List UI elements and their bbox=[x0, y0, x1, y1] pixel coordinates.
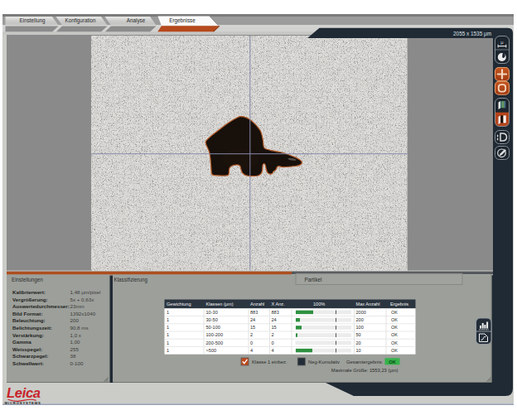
svg-text:Gamma: Gamma bbox=[12, 339, 31, 345]
svg-text:Max Anzahl: Max Anzahl bbox=[356, 302, 380, 307]
svg-text:>500: >500 bbox=[206, 348, 217, 353]
svg-text:1: 1 bbox=[167, 348, 169, 353]
svg-text:OK: OK bbox=[391, 317, 398, 322]
svg-text:10: 10 bbox=[356, 348, 361, 353]
svg-text:38: 38 bbox=[70, 353, 76, 359]
svg-text:15: 15 bbox=[250, 325, 255, 330]
svg-text:Anzahl: Anzahl bbox=[250, 302, 264, 307]
svg-text:2: 2 bbox=[250, 332, 253, 337]
svg-text:OK: OK bbox=[391, 340, 398, 345]
svg-text:1: 1 bbox=[167, 310, 169, 315]
svg-text:Gesamtergebnis:: Gesamtergebnis: bbox=[346, 360, 384, 364]
svg-text:Verstärkung:: Verstärkung: bbox=[12, 332, 44, 338]
svg-text:100: 100 bbox=[356, 325, 364, 330]
svg-text:Vergrößerung:: Vergrößerung: bbox=[12, 297, 48, 302]
svg-text:Einstellung: Einstellung bbox=[20, 17, 46, 24]
svg-text:200: 200 bbox=[70, 317, 80, 323]
svg-text:200-500: 200-500 bbox=[206, 340, 224, 345]
svg-text:Ergebnis: Ergebnis bbox=[390, 302, 408, 307]
svg-text:100%: 100% bbox=[313, 302, 325, 307]
svg-text:24: 24 bbox=[250, 317, 255, 322]
svg-text:1392x1040: 1392x1040 bbox=[70, 311, 96, 316]
svg-text:20: 20 bbox=[356, 340, 361, 345]
svg-text:Schwarzpegel:: Schwarzpegel: bbox=[12, 353, 48, 359]
svg-text:Belichtungszeit:: Belichtungszeit: bbox=[12, 325, 52, 331]
svg-text:255: 255 bbox=[70, 346, 80, 352]
svg-text:Maximale Größe: 1553,23 (µm): Maximale Größe: 1553,23 (µm) bbox=[331, 368, 399, 373]
svg-text:MICROSYSTEMS: MICROSYSTEMS bbox=[5, 401, 41, 405]
svg-text:1,0 x: 1,0 x bbox=[70, 332, 82, 338]
svg-text:10-30: 10-30 bbox=[206, 310, 218, 315]
svg-text:1: 1 bbox=[167, 332, 169, 337]
svg-text:23mm: 23mm bbox=[70, 303, 85, 309]
svg-text:4: 4 bbox=[272, 348, 274, 353]
svg-text:24: 24 bbox=[272, 317, 277, 322]
svg-text:OK: OK bbox=[391, 325, 398, 330]
svg-text:0: 0 bbox=[272, 340, 274, 345]
svg-text:OK: OK bbox=[391, 310, 398, 315]
svg-text:883: 883 bbox=[272, 310, 279, 315]
svg-text:Bild Format:: Bild Format: bbox=[12, 311, 42, 316]
svg-text:50-100: 50-100 bbox=[206, 325, 220, 330]
svg-text:Analyse: Analyse bbox=[127, 17, 146, 24]
svg-text:Konfiguration: Konfiguration bbox=[65, 17, 96, 24]
svg-text:Klasse 1 einbez.: Klasse 1 einbez. bbox=[252, 360, 287, 364]
svg-text:Beleuchtung:: Beleuchtung: bbox=[12, 317, 46, 323]
svg-text:4: 4 bbox=[250, 348, 253, 353]
svg-text:5x + 0,63x: 5x + 0,63x bbox=[70, 297, 95, 302]
svg-text:Schwellwert:: Schwellwert: bbox=[12, 360, 44, 366]
svg-text:15: 15 bbox=[272, 325, 277, 330]
svg-text:883: 883 bbox=[250, 310, 258, 315]
svg-text:1,00: 1,00 bbox=[70, 339, 81, 345]
svg-text:0-100: 0-100 bbox=[70, 360, 84, 366]
svg-text:2: 2 bbox=[272, 332, 274, 337]
svg-text:X Anz.: X Anz. bbox=[272, 302, 286, 307]
svg-text:2055 x 1535 µm: 2055 x 1535 µm bbox=[453, 31, 491, 37]
svg-text:Kalibrierwert:: Kalibrierwert: bbox=[12, 289, 46, 295]
svg-text:OK: OK bbox=[391, 332, 398, 337]
svg-text:Klassen (µm): Klassen (µm) bbox=[206, 302, 234, 307]
svg-text:Klassifizierung: Klassifizierung bbox=[114, 277, 148, 283]
svg-text:200: 200 bbox=[356, 317, 364, 322]
svg-text:2000: 2000 bbox=[356, 310, 366, 315]
svg-text:1: 1 bbox=[167, 317, 169, 322]
svg-text:90,8 ms: 90,8 ms bbox=[70, 325, 89, 331]
svg-text:0: 0 bbox=[250, 340, 253, 345]
svg-text:OK: OK bbox=[389, 360, 397, 364]
svg-text:Neg-Kumulativ: Neg-Kumulativ bbox=[308, 360, 340, 364]
svg-text:Ergebnisse: Ergebnisse bbox=[169, 17, 196, 24]
svg-text:Leica: Leica bbox=[7, 385, 41, 400]
svg-text:1: 1 bbox=[167, 340, 169, 345]
svg-text:Weisspegel:: Weisspegel: bbox=[12, 346, 42, 352]
svg-text:Einstellungen: Einstellungen bbox=[12, 277, 43, 283]
svg-text:Gewichtung: Gewichtung bbox=[167, 302, 191, 307]
svg-text:Auswertedurchmesser:: Auswertedurchmesser: bbox=[12, 303, 70, 309]
svg-text:1,48 µm/pixel: 1,48 µm/pixel bbox=[70, 289, 101, 295]
svg-text:100-200: 100-200 bbox=[206, 332, 224, 337]
svg-text:OK: OK bbox=[391, 348, 398, 353]
svg-text:30-50: 30-50 bbox=[206, 317, 218, 322]
svg-text:1: 1 bbox=[167, 325, 169, 330]
svg-text:Partikel: Partikel bbox=[305, 277, 322, 282]
svg-text:50: 50 bbox=[356, 332, 361, 337]
